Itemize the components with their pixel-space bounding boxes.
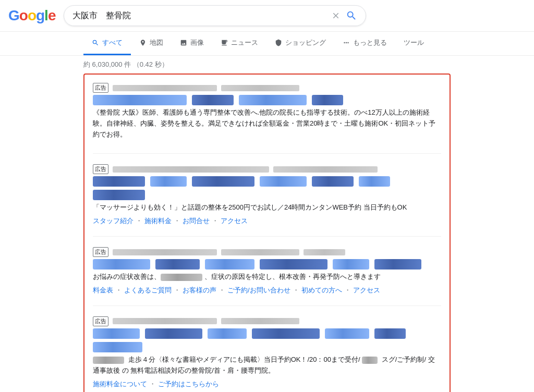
ad-label-2: 広告 — [93, 164, 108, 174]
ad-url-blur-4b — [221, 318, 299, 324]
ad-title-blur-2d — [260, 176, 307, 187]
ad-title-blur-4c — [208, 328, 247, 339]
ad-title-blur-3f — [374, 259, 421, 270]
ad-url-blur-3a — [113, 249, 217, 255]
ad-title-blur-2b — [150, 176, 187, 187]
ad-title-4 — [93, 328, 441, 352]
ad-title-blur-1a — [93, 95, 187, 105]
tab-news[interactable]: ニュース — [212, 32, 266, 55]
ad-link-4-1[interactable]: ご予約はこちらから — [158, 380, 219, 388]
ad-description-3: お悩みの症状改善は、、症状の原因を特定し、根本改善・再発予防へと導きます — [93, 272, 441, 283]
ad-url-blur-2b — [273, 166, 378, 173]
ad-item-4: 広告 走歩４分〈様々な書籍やメディアにも掲載〉当日予約OK！/20：00まで受付… — [93, 316, 441, 389]
ad-title-blur-3c — [205, 259, 254, 270]
ad-link-2-1[interactable]: 施術料金 — [144, 217, 172, 225]
ad-links-3: 料金表・よくあるご質問・お客様の声・ご予約/お問い合わせ・初めての方へ・アクセス — [93, 286, 441, 295]
ad-label-row-3: 広告 — [93, 247, 441, 257]
ad-container: 広告 《整骨院 大阪》医師、看護師も通う専門整体で改善へ.他院の院長にも指導する… — [83, 74, 451, 392]
ad-title-blur-1b — [192, 95, 234, 105]
ad-desc-blur-4a — [93, 357, 124, 364]
ad-title-3 — [93, 259, 441, 270]
search-button[interactable] — [346, 10, 357, 21]
ad-title-1 — [93, 95, 441, 105]
ad-links-4: 施術料金について・ご予約はこちらから — [93, 379, 441, 389]
ad-title-blur-2g — [93, 190, 145, 200]
ad-link-3-5[interactable]: アクセス — [353, 286, 380, 294]
tab-maps[interactable]: 地図 — [131, 32, 172, 55]
ad-url-blur-3b — [221, 249, 299, 255]
ad-label-row-1: 広告 — [93, 83, 441, 93]
ad-link-2-2[interactable]: お問合せ — [183, 217, 210, 225]
tab-images[interactable]: 画像 — [172, 32, 212, 55]
ad-title-blur-4e — [325, 328, 369, 339]
search-bar — [64, 5, 366, 26]
ad-title-blur-4d — [252, 328, 320, 339]
ad-url-blur-4a — [113, 318, 217, 324]
result-count: 約 6,030,000 件 （0.42 秒） — [0, 56, 534, 74]
ad-link-3-3[interactable]: ご予約/お問い合わせ — [227, 286, 290, 294]
ad-url-blur-1 — [113, 85, 217, 91]
ad-title-blur-4f — [374, 328, 406, 339]
ad-link-3-1[interactable]: よくあるご質問 — [124, 286, 172, 294]
ad-label-4: 広告 — [93, 316, 108, 326]
ad-label-1: 広告 — [93, 83, 108, 93]
ad-title-2 — [93, 176, 441, 200]
ad-links-2: スタッフ紹介・施術料金・お問合せ・アクセス — [93, 216, 441, 226]
ad-title-blur-1c — [239, 95, 307, 105]
ad-link-3-4[interactable]: 初めての方へ — [301, 286, 342, 294]
ad-title-blur-1d — [312, 95, 343, 105]
ad-link-2-3[interactable]: アクセス — [221, 217, 248, 225]
ad-url-blur-3c — [304, 249, 345, 255]
main-content: 広告 《整骨院 大阪》医師、看護師も通う専門整体で改善へ.他院の院長にも指導する… — [0, 74, 534, 392]
search-bar-icons — [331, 10, 357, 21]
ad-description-4: 走歩４分〈様々な書籍やメディアにも掲載〉当日予約OK！/20：00まで受付/ ス… — [93, 354, 441, 376]
ad-url-blur-2 — [113, 166, 269, 173]
ad-link-3-2[interactable]: お客様の声 — [183, 286, 216, 294]
tab-all[interactable]: すべて — [83, 32, 131, 55]
ad-label-row-2: 広告 — [93, 164, 441, 174]
ad-item-1: 広告 《整骨院 大阪》医師、看護師も通う専門整体で改善へ.他院の院長にも指導する… — [93, 83, 441, 154]
ad-title-blur-4g — [93, 342, 142, 352]
tab-shopping[interactable]: ショッピング — [266, 32, 334, 55]
ad-desc-blur-3 — [161, 274, 202, 281]
ad-label-3: 広告 — [93, 247, 108, 257]
header: Google — [0, 0, 534, 32]
ad-link-2-0[interactable]: スタッフ紹介 — [93, 217, 134, 225]
ad-item-3: 広告 お悩みの症状改善は、、症状の原因を特定し、根本改善・再発予防へと導きます … — [93, 247, 441, 306]
tab-tools[interactable]: ツール — [395, 32, 432, 55]
ad-title-blur-2e — [312, 176, 354, 187]
ad-title-blur-3e — [333, 259, 369, 270]
nav-tabs: すべて 地図 画像 ニュース ショッピング もっと見る ツール — [0, 32, 534, 56]
ad-link-4-0[interactable]: 施術料金について — [93, 380, 147, 388]
google-logo[interactable]: Google — [8, 7, 55, 24]
ad-desc-blur-4b — [362, 357, 378, 364]
ad-url-blur-1b — [221, 85, 299, 91]
ad-title-blur-2a — [93, 176, 145, 187]
ad-title-blur-4a — [93, 328, 140, 339]
ad-title-blur-3a — [93, 259, 150, 270]
ad-title-blur-2f — [359, 176, 390, 187]
ad-label-row-4: 広告 — [93, 316, 441, 326]
clear-button[interactable] — [331, 11, 341, 20]
search-input[interactable] — [72, 11, 327, 20]
ad-description-2: 「マッサージよりも効く！」と話題の整体を2500円でお試し／24時間カンタンWE… — [93, 202, 441, 213]
ad-title-blur-2c — [192, 176, 254, 187]
ad-description-1: 《整骨院 大阪》医師、看護師も通う専門整体で改善へ.他院の院長にも指導する技術。… — [93, 107, 441, 140]
ad-item-2: 広告 「マッサージよりも効く！」と話題の整体を2500円でお試し／24時間カンタ… — [93, 164, 441, 237]
tab-more[interactable]: もっと見る — [334, 32, 395, 55]
ad-title-blur-3d — [260, 259, 327, 270]
ad-link-3-0[interactable]: 料金表 — [93, 286, 113, 294]
ad-title-blur-3b — [155, 259, 200, 270]
ad-title-blur-4b — [145, 328, 202, 339]
